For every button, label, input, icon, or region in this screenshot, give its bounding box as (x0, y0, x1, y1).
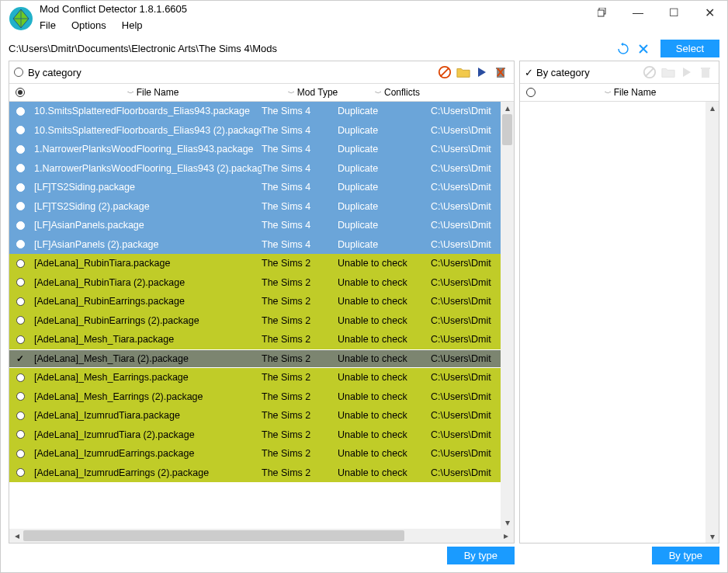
close-button[interactable]: ✕ (692, 1, 727, 24)
svg-rect-9 (702, 69, 709, 78)
svg-rect-10 (701, 68, 710, 69)
scroll-thumb[interactable] (502, 114, 512, 145)
svg-line-8 (646, 68, 654, 77)
sort-chevron-icon: ﹀ (288, 89, 295, 99)
table-row[interactable]: [AdeLana]_IzumrudTiara.packageThe Sims 2… (9, 406, 501, 425)
row-radio[interactable] (9, 412, 31, 420)
row-radio[interactable] (9, 183, 31, 192)
cell-conflicts: Duplicate (338, 144, 431, 155)
scroll-right-icon[interactable]: ▸ (500, 530, 512, 542)
row-radio[interactable] (9, 145, 31, 154)
table-row[interactable]: [AdeLana]_RubinEarrings (2).packageThe S… (9, 311, 501, 331)
row-radio[interactable] (9, 202, 31, 210)
row-radio[interactable]: ✓ (9, 353, 31, 364)
col-filename[interactable]: ﹀File Name (31, 87, 275, 98)
cell-path: C:\Users\Dmit (431, 334, 501, 345)
menu-help[interactable]: Help (122, 19, 143, 31)
header-radio[interactable] (520, 88, 542, 97)
scroll-left-icon[interactable]: ◂ (11, 530, 23, 542)
horizontal-scrollbar[interactable]: ◂ ▸ (9, 529, 514, 543)
scroll-up-icon[interactable]: ▴ (501, 102, 514, 114)
table-row[interactable]: [LF]TS2Siding.packageThe Sims 4Duplicate… (9, 178, 501, 197)
cancel-icon[interactable] (636, 41, 651, 57)
table-row[interactable]: 1.NarrowerPlanksWoodFlooring_Elias943.pa… (9, 140, 501, 159)
table-row[interactable]: [AdeLana]_Mesh_Tiara.packageThe Sims 2Un… (9, 330, 501, 349)
cell-conflicts: Duplicate (338, 239, 431, 250)
svg-line-4 (441, 68, 449, 77)
refresh-icon[interactable] (615, 41, 631, 57)
table-row[interactable]: [AdeLana]_IzumrudEarrings.packageThe Sim… (9, 444, 501, 464)
no-entry-icon[interactable] (436, 64, 453, 81)
row-radio[interactable] (9, 373, 31, 382)
row-radio[interactable] (9, 221, 31, 230)
table-row[interactable]: [AdeLana]_Mesh_Earrings (2).packageThe S… (9, 387, 501, 407)
cell-modtype: The Sims 2 (262, 410, 338, 421)
cell-modtype: The Sims 2 (262, 258, 338, 269)
row-radio[interactable] (9, 335, 31, 344)
table-row[interactable]: [AdeLana]_IzumrudEarrings (2).packageThe… (9, 464, 501, 483)
table-row[interactable]: [AdeLana]_RubinTiara.packageThe Sims 2Un… (9, 254, 501, 273)
table-row[interactable]: 1.NarrowerPlanksWoodFlooring_Elias943 (2… (9, 159, 501, 179)
row-radio[interactable] (9, 297, 31, 306)
col-conflicts[interactable]: ﹀Conflicts (351, 87, 444, 98)
table-row[interactable]: ✓[AdeLana]_Mesh_Tiara (2).packageThe Sim… (9, 349, 501, 369)
cell-modtype: The Sims 4 (262, 220, 338, 231)
cell-filename: [AdeLana]_IzumrudEarrings (2).package (31, 467, 262, 478)
restore-down-button[interactable] (584, 1, 620, 24)
by-type-button-right[interactable]: By type (652, 547, 719, 564)
row-radio[interactable] (9, 450, 31, 458)
scroll-down-icon[interactable]: ▾ (705, 530, 719, 543)
vertical-scrollbar[interactable]: ▴ ▾ (501, 102, 514, 529)
cell-conflicts: Unable to check (338, 315, 431, 326)
path-text: C:\Users\Dmitr\Documents\Electronic Arts… (9, 43, 611, 54)
by-type-button-left[interactable]: By type (447, 547, 515, 564)
menu-options[interactable]: Options (71, 19, 106, 31)
cell-modtype: The Sims 2 (262, 372, 338, 383)
row-radio[interactable] (9, 278, 31, 286)
col-filename-right[interactable]: ﹀File Name (542, 87, 719, 98)
row-radio[interactable] (9, 126, 31, 134)
scroll-thumb-h[interactable] (23, 530, 404, 541)
path-bar: C:\Users\Dmitr\Documents\Electronic Arts… (1, 36, 727, 61)
vertical-scrollbar-right[interactable]: ▴ ▾ (705, 102, 719, 543)
table-row[interactable]: 10.SmitsSplatteredFloorboards_Elias943.p… (9, 102, 501, 121)
table-row[interactable]: [AdeLana]_IzumrudTiara (2).packageThe Si… (9, 425, 501, 445)
cell-modtype: The Sims 2 (262, 448, 338, 459)
row-radio[interactable] (9, 430, 31, 439)
table-row[interactable]: [AdeLana]_Mesh_Earrings.packageThe Sims … (9, 368, 501, 387)
row-radio[interactable] (9, 164, 31, 172)
row-radio[interactable] (9, 468, 31, 477)
left-table-body: 10.SmitsSplatteredFloorboards_Elias943.p… (9, 102, 501, 529)
left-filter-radio[interactable] (14, 68, 23, 77)
minimize-button[interactable]: — (620, 1, 656, 24)
scroll-up-icon[interactable]: ▴ (705, 102, 719, 114)
row-radio[interactable] (9, 316, 31, 325)
play-icon[interactable] (473, 64, 491, 81)
row-radio[interactable] (9, 259, 31, 268)
folder-icon[interactable] (455, 64, 472, 81)
menu-file[interactable]: File (40, 19, 56, 31)
table-row[interactable]: [LF]AsianPanels.packageThe Sims 4Duplica… (9, 216, 501, 235)
right-filter-check-icon[interactable]: ✓ (525, 67, 533, 78)
header-radio-selected[interactable] (9, 88, 31, 97)
cell-modtype: The Sims 2 (262, 296, 338, 307)
delete-icon[interactable] (492, 64, 509, 81)
table-row[interactable]: [AdeLana]_RubinTiara (2).packageThe Sims… (9, 273, 501, 293)
row-radio[interactable] (9, 240, 31, 248)
col-modtype[interactable]: ﹀Mod Type (275, 87, 351, 98)
cell-conflicts: Duplicate (338, 106, 431, 116)
table-row[interactable]: [AdeLana]_RubinEarrings.packageThe Sims … (9, 292, 501, 311)
cell-filename: [AdeLana]_RubinTiara (2).package (31, 277, 262, 288)
select-button[interactable]: Select (660, 40, 719, 57)
cell-path: C:\Users\Dmit (431, 448, 501, 459)
table-row[interactable]: [LF]TS2Siding (2).packageThe Sims 4Dupli… (9, 197, 501, 217)
row-radio[interactable] (9, 392, 31, 401)
maximize-button[interactable]: ☐ (656, 1, 692, 24)
right-panel-header: ✓ By category (520, 61, 719, 83)
scroll-down-icon[interactable]: ▾ (501, 516, 514, 529)
row-radio[interactable] (9, 107, 31, 116)
table-row[interactable]: 10.SmitsSplatteredFloorboards_Elias943 (… (9, 121, 501, 141)
table-row[interactable]: [LF]AsianPanels (2).packageThe Sims 4Dup… (9, 235, 501, 255)
cell-path: C:\Users\Dmit (431, 220, 501, 231)
cell-modtype: The Sims 2 (262, 467, 338, 478)
